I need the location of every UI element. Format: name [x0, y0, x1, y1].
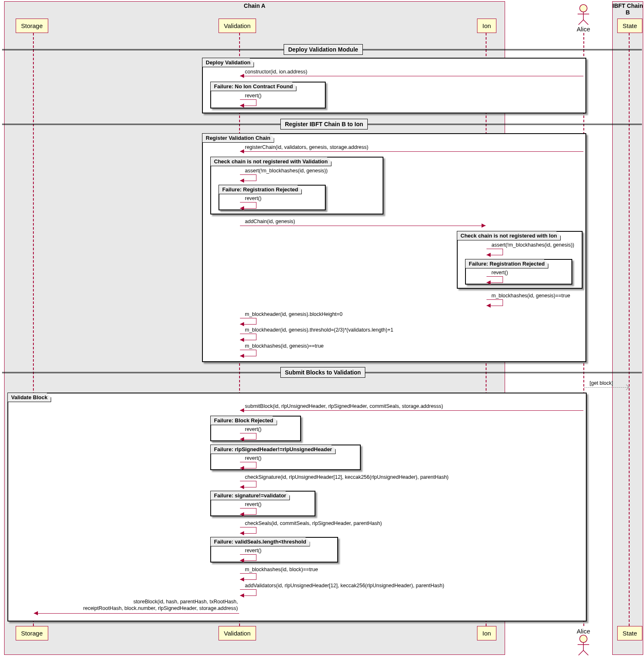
- self-arrow-check-sig-head: [240, 485, 244, 489]
- msg-blockheader-threshold: m_blockheader(id, genesis).threshold=(2/…: [245, 327, 393, 333]
- msg-add-validators: addValidators(id, rlpUnsignedHeader[12],…: [245, 583, 444, 588]
- msg-constructor: constructor(id, ion.address): [245, 69, 307, 75]
- self-arrow-revert-6-head: [240, 512, 244, 516]
- self-arrow-revert-3-head: [487, 280, 491, 285]
- participant-state-bottom: State: [617, 626, 642, 640]
- msg-submit-block: submitBlock(id, rlpUnsignedHeader, rlpSi…: [245, 403, 443, 409]
- group-check-ion-label: Check chain is not registered with Ion: [457, 231, 561, 240]
- svg-line-8: [578, 650, 583, 655]
- self-arrow-revert-7-head: [240, 558, 244, 563]
- self-arrow-check-seals-head: [240, 531, 244, 535]
- group-fail-valid-seals-label: Failure: validSeals.length<threshold: [210, 537, 310, 546]
- svg-line-3: [578, 20, 583, 25]
- msg-revert-1: revert(): [245, 93, 261, 99]
- msg-check-signature: checkSignature(id, rlpUnsignedHeader[12]…: [245, 474, 449, 480]
- group-fail-no-ion-label: Failure: No Ion Contract Found: [210, 82, 296, 91]
- group-register-chain-label: Register Validation Chain: [202, 133, 274, 143]
- msg-blockhashes-block-true: m_blockhashes(id, block)==true: [245, 567, 318, 572]
- divider-deploy-label: Deploy Validation Module: [284, 44, 363, 55]
- lifeline-state: [629, 33, 630, 626]
- group-fail-reg-2-label: Failure: Registration Rejected: [465, 259, 548, 268]
- group-validate-block-label: Validate Block: [7, 393, 51, 402]
- group-deploy-validation-label: Deploy Validation: [202, 58, 254, 67]
- svg-point-5: [580, 635, 587, 643]
- self-arrow-revert-4-head: [240, 437, 244, 441]
- actor-alice-top: Alice: [575, 4, 592, 33]
- actor-alice-bottom: Alice: [575, 627, 592, 655]
- actor-icon: [575, 4, 592, 25]
- msg-blockhashes-true-ion: m_blockhashes(id, genesis)==true: [491, 293, 570, 299]
- arrow-submit-block-head: [240, 408, 244, 412]
- group-fail-signature-label: Failure: signature!=validator: [210, 491, 290, 500]
- actor-alice-label-top: Alice: [575, 26, 592, 33]
- self-arrow-bht-ion-head: [487, 304, 491, 308]
- msg-revert-2: revert(): [245, 195, 261, 201]
- container-chain-b: [612, 1, 643, 655]
- msg-revert-6: revert(): [245, 501, 261, 507]
- self-arrow-revert-5-head: [240, 466, 244, 470]
- arrow-constructor: [240, 76, 583, 76]
- msg-revert-4: revert(): [245, 426, 261, 432]
- msg-add-chain: addChain(id, genesis): [245, 219, 295, 224]
- actor-icon: [575, 635, 592, 655]
- msg-store-block-1: storeBlock(id, hash, parentHash, txRootH…: [35, 599, 238, 605]
- msg-blockheader-height: m_blockheader(id, genesis).blockHeight=0: [245, 311, 343, 317]
- arrow-submit-block: [240, 410, 583, 411]
- arrow-get-block: [584, 387, 628, 388]
- divider-submit-label: Submit Blocks to Validation: [280, 367, 365, 378]
- arrow-register-chain-head: [240, 149, 244, 153]
- group-fail-rlp-header-label: Failure: rlpSignedHeader!=rlpUnsignedHea…: [210, 445, 336, 454]
- participant-storage-bottom: Storage: [16, 626, 48, 640]
- self-arrow-bht2-head: [240, 338, 244, 342]
- msg-assert-1: assert(!m_blockhashes(id, genesis)): [245, 168, 328, 174]
- participant-ion-bottom: Ion: [477, 626, 496, 640]
- participant-state-top: State: [617, 19, 642, 33]
- arrow-register-chain: [240, 151, 583, 152]
- self-arrow-assert-1-head: [240, 179, 244, 183]
- svg-line-9: [583, 650, 588, 655]
- msg-assert-2: assert(!m_blockhashes(id, genesis)): [491, 242, 574, 248]
- arrow-constructor-head: [240, 74, 244, 78]
- self-arrow-revert-1-head: [240, 104, 244, 108]
- arrow-add-chain: [240, 226, 486, 226]
- actor-alice-label-bottom: Alice: [575, 628, 592, 635]
- arrow-store-block-head: [34, 611, 38, 615]
- divider-register-label: Register IBFT Chain B to Ion: [280, 119, 368, 129]
- arrow-store-block: [34, 613, 239, 614]
- group-fail-reg-1-label: Failure: Registration Rejected: [219, 185, 302, 194]
- msg-get-block: [get block]: [590, 380, 613, 386]
- msg-store-block-2: receiptRootHash, block.number, rlpSigned…: [35, 605, 238, 611]
- container-chain-a-label: Chain A: [4, 2, 505, 9]
- participant-validation-top: Validation: [219, 19, 256, 33]
- participant-ion-top: Ion: [477, 19, 496, 33]
- self-arrow-bhbt-head: [240, 577, 244, 581]
- svg-line-4: [583, 20, 588, 25]
- self-arrow-revert-2-head: [240, 206, 244, 210]
- self-arrow-add-val-head: [240, 593, 244, 598]
- group-fail-block-rejected-label: Failure: Block Rejected: [210, 416, 277, 425]
- msg-revert-3: revert(): [491, 270, 508, 275]
- container-chain-b-label: IBFT Chain B: [612, 2, 643, 16]
- svg-point-0: [580, 5, 587, 12]
- group-check-validation-label: Check chain is not registered with Valid…: [210, 157, 331, 166]
- self-arrow-bhh-head: [240, 322, 244, 326]
- msg-register-chain: registerChain(id, validators, genesis, s…: [245, 144, 368, 150]
- self-arrow-assert-2-head: [487, 253, 491, 257]
- arrow-add-chain-head: [482, 224, 486, 228]
- participant-validation-bottom: Validation: [219, 626, 256, 640]
- msg-revert-5: revert(): [245, 455, 261, 461]
- msg-blockhashes-true-val: m_blockhashes(id, genesis)==true: [245, 343, 324, 349]
- self-arrow-bht-val-head: [240, 354, 244, 358]
- participant-storage-top: Storage: [16, 19, 48, 33]
- msg-revert-7: revert(): [245, 548, 261, 553]
- msg-check-seals: checkSeals(id, commitSeals, rlpSignedHea…: [245, 520, 382, 526]
